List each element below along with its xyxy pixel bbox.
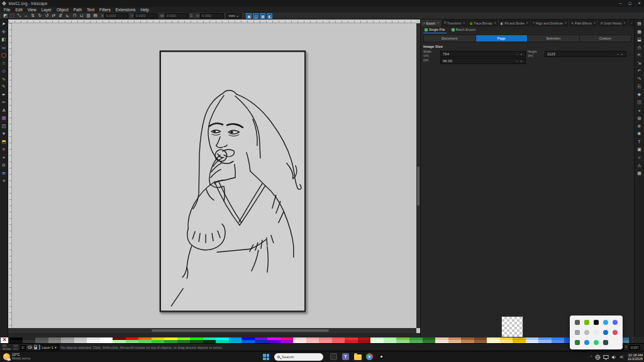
area-tab-page[interactable]: Page [476,35,528,41]
taskbar-app-inkscape[interactable] [377,353,386,361]
tray-popup-icon-7[interactable] [594,330,599,335]
tool-icon-6[interactable]: ◇ [1,68,8,74]
dock-tabs-chevron-icon[interactable]: ⌄ [628,19,634,26]
close-icon[interactable]: ✕ [463,21,465,25]
palette-swatch[interactable] [152,340,165,343]
command-icon-9[interactable]: ✚ [636,92,643,97]
palette-swatch[interactable] [87,340,100,343]
menu-layer[interactable]: Layer [39,7,54,13]
layer-lock-icon[interactable] [34,347,37,349]
tool-icon-4[interactable]: ◯ [1,52,8,58]
taskbar-app-folder[interactable] [353,353,362,361]
palette-swatch[interactable] [319,340,332,343]
tray-popup-icon-6[interactable] [584,330,589,335]
dock-tab-undo-history[interactable]: ↺Undo History✕ [598,19,628,26]
close-icon[interactable]: ✕ [623,21,626,25]
taskbar-clock[interactable]: 10:18 AM 11/2/2025 [628,353,643,361]
maximize-button[interactable]: ▢ [625,0,635,7]
palette-swatch[interactable] [126,340,139,343]
dock-tab-align-and-distribute[interactable]: ⌗Align and Distribute✕ [531,19,569,26]
palette-swatch[interactable] [384,340,397,343]
palette-swatch[interactable] [203,340,216,343]
palette-swatch[interactable] [474,340,487,343]
menu-file[interactable]: File [1,7,13,13]
x-field[interactable]: 0.000 [104,13,128,18]
tray-popup-icon-4[interactable] [613,320,618,325]
layer-select[interactable]: Layer 1▾ [39,344,59,350]
menu-path[interactable]: Path [71,7,84,13]
width-value[interactable]: 794 [443,52,515,56]
command-icon-12[interactable]: ◍ [636,115,643,121]
palette-swatch[interactable] [113,340,126,343]
toolbar-icon-5[interactable]: ↻ [36,13,43,19]
network-icon[interactable] [595,354,601,360]
palette-swatch[interactable] [177,340,191,343]
dock-tab-fill-and-stroke[interactable]: ◧Fill and Stroke✕ [499,19,531,26]
tray-popup-icon-5[interactable] [575,330,580,335]
toolbar-icon-1[interactable]: ⬚ [9,13,16,19]
command-icon-8[interactable]: ⎘ [636,84,643,89]
toolbar-icon-3[interactable]: ↔ [23,13,30,19]
canvas-page[interactable] [159,50,306,312]
command-icon-0[interactable]: ▤ [636,21,643,26]
command-icon-5[interactable]: ⇲ [636,60,643,66]
dock-tab-path-effects[interactable]: ✎Path Effects✕ [569,19,598,26]
tray-popup-icon-3[interactable] [603,320,608,325]
area-tab-selection[interactable]: Selection [528,35,580,41]
tool-icon-5[interactable]: ☆ [1,60,8,67]
horizontal-scrollbar[interactable] [8,328,416,333]
tool-icon-2[interactable]: ◧ [1,36,8,43]
width-increment-button[interactable]: + [519,52,523,56]
command-icon-18[interactable]: ◬ [636,162,643,168]
start-button[interactable] [263,354,269,360]
command-icon-14[interactable]: ✱ [636,131,643,136]
tray-chevron-icon[interactable]: ⌃ [590,355,592,359]
toolbar-icon-6[interactable]: ↺ [43,13,50,19]
palette-swatch[interactable] [345,340,358,343]
tray-popup-icon-12[interactable] [594,340,599,345]
taskbar-search[interactable]: Search [274,353,323,361]
area-tab-custom[interactable]: Custom [580,35,631,41]
rotation-field[interactable]: 0.00° [629,345,640,350]
tray-popup-icon-0[interactable] [575,320,580,325]
dock-tab-transform[interactable]: ⤧Transform✕ [441,19,467,26]
fill-stroke-indicator[interactable]: Fill:N/A Stroke:N/A [3,344,18,351]
tool-icon-9[interactable]: ✒ [1,92,8,98]
tray-popup-icon-9[interactable] [613,330,618,335]
tool-icon-8[interactable]: ✎ [1,84,8,90]
taskbar-app-chrome[interactable] [365,353,374,361]
dpi-value[interactable]: 96.00 [443,59,515,63]
toolbar-icon-4[interactable]: ⇅ [30,13,36,19]
menu-edit[interactable]: Edit [13,7,25,13]
menu-object[interactable]: Object [54,7,71,13]
display-icon[interactable] [603,354,609,360]
palette-swatch[interactable] [61,340,74,343]
palette-swatch[interactable] [461,340,474,343]
taskbar-app-teams[interactable]: T [341,353,350,361]
palette-swatch[interactable] [332,340,345,343]
palette-swatch[interactable] [74,340,87,343]
tool-icon-7[interactable]: ∿ [1,76,8,82]
palette-swatch[interactable] [370,340,384,343]
tray-popup-icon-8[interactable] [603,330,608,335]
toolbar-toggle-1[interactable]: ◰ [253,13,258,19]
taskbar-app-dark[interactable] [330,353,338,361]
no-color-swatch[interactable]: ✕ [1,337,8,343]
toolbar-toggle-0[interactable]: ▣ [246,13,252,19]
palette-swatch[interactable] [280,340,294,343]
palette-swatch[interactable] [538,340,552,343]
command-icon-13[interactable]: ⊕ [636,123,643,129]
tool-icon-1[interactable]: ✣ [1,29,8,35]
menu-text[interactable]: Text [84,7,97,13]
horizontal-scrollbar-thumb[interactable] [152,329,329,332]
palette-swatch[interactable] [242,340,255,343]
toolbar-icon-0[interactable]: ◩ [2,13,9,19]
lock-ratio-icon[interactable]: ⚿ [190,14,193,18]
palette-scroll-arrows[interactable]: ⌃⌄ [630,337,635,343]
palette-swatch[interactable] [448,340,462,343]
tray-popup-icon-11[interactable] [584,340,589,345]
tool-icon-16[interactable]: ✕ [1,146,8,153]
close-icon[interactable]: ✕ [593,21,596,25]
toolbar-icon-8[interactable]: ⇵ [57,13,64,19]
command-icon-10[interactable]: ◫ [636,99,643,105]
